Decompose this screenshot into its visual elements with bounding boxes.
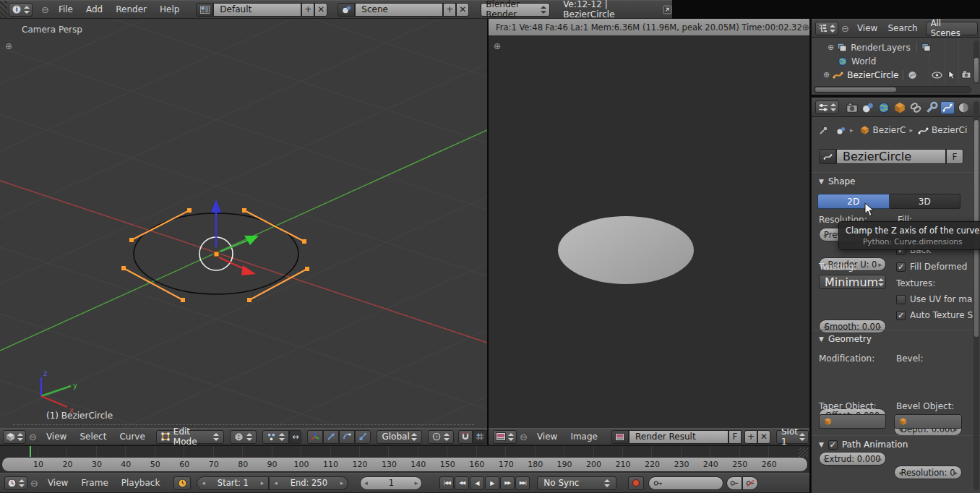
proportional-edit-dropdown[interactable] (428, 430, 454, 444)
menu-curve[interactable]: Curve (113, 432, 151, 442)
scrollbar-thumb[interactable] (974, 58, 979, 82)
selectable-cursor-icon[interactable] (948, 70, 956, 80)
taper-object-field[interactable] (819, 414, 886, 429)
editor-type-button-info[interactable]: i (9, 3, 33, 17)
tab-object-data[interactable] (940, 101, 955, 114)
delete-scene-button[interactable]: ✕ (456, 3, 469, 17)
collapse-menus-icon[interactable]: ⊖ (838, 23, 852, 34)
jump-to-start-button[interactable]: |◀◀ (439, 476, 454, 490)
use-preview-range-toggle[interactable] (173, 476, 191, 490)
new-image-button[interactable]: + (744, 430, 757, 444)
image-datablock-icon[interactable] (611, 430, 629, 444)
outliner-item-world[interactable]: World (812, 54, 980, 68)
manipulator-center[interactable] (214, 252, 219, 257)
geometry-panel-header[interactable]: ▼ Geometry (819, 334, 872, 344)
tab-render[interactable] (845, 101, 859, 114)
manipulator-y-arrow[interactable] (220, 240, 249, 252)
outliner-item-beziercircle[interactable]: ⊕ BezierCircle (812, 68, 980, 82)
area-resize-corner[interactable] (800, 19, 809, 28)
current-frame-field[interactable]: ◂ 1 ▸ (360, 476, 422, 490)
tab-world[interactable] (877, 101, 891, 114)
outliner-scope-dropdown[interactable]: All Scenes (926, 22, 978, 35)
timeline-ruler[interactable]: 1020304050607080901001101201301401501601… (1, 457, 808, 472)
manipulate-center-toggle[interactable]: ↔ (289, 430, 301, 444)
twist-method-dropdown[interactable]: Minimum (819, 275, 886, 289)
breadcrumb-object-label[interactable]: BezierC (873, 125, 906, 135)
viewport-canvas[interactable]: zyx (0, 19, 487, 428)
context-scene-icon[interactable] (836, 126, 846, 135)
menu-view[interactable]: View (41, 478, 74, 488)
screen-layout-field[interactable]: Default (213, 3, 301, 17)
fake-user-button[interactable]: F (728, 430, 742, 444)
curve-id-icon[interactable] (819, 149, 836, 164)
mode-dropdown[interactable]: Edit Mode (156, 430, 224, 444)
path-animation-header[interactable]: ▼ ✓ Path Animation (819, 440, 908, 450)
snap-element-button[interactable] (473, 430, 487, 444)
collapse-menus-icon[interactable]: ⊖ (26, 432, 40, 442)
menu-file[interactable]: File (52, 4, 79, 14)
use-uv-checkbox[interactable] (896, 295, 906, 304)
menu-view[interactable]: View (40, 432, 73, 442)
properties-vscrollbar[interactable] (973, 101, 979, 490)
dimension-2d-button[interactable]: 2D (817, 194, 890, 209)
editor-type-button-properties[interactable] (815, 100, 839, 114)
editor-type-button-outliner[interactable] (815, 22, 838, 35)
menu-select[interactable]: Select (73, 432, 113, 442)
collapse-menus-icon[interactable]: ⊖ (27, 478, 41, 489)
extrude-field[interactable]: ◂Extrud: 0.000▸ (819, 452, 886, 466)
delete-layout-button[interactable]: ✕ (314, 3, 327, 17)
manipulator-toggle[interactable] (307, 430, 323, 444)
twist-smooth-field[interactable]: ◂Smooth: 0.00▸ (819, 320, 886, 333)
next-keyframe-button[interactable]: ▶▶ (500, 476, 515, 490)
menu-search[interactable]: Search (882, 23, 922, 33)
insert-keyframe-button[interactable] (726, 476, 742, 490)
pin-icon[interactable] (819, 125, 829, 135)
scrollbar-thumb[interactable] (815, 87, 896, 92)
area-resize-corner[interactable] (799, 447, 808, 457)
keying-set-field[interactable] (648, 476, 723, 490)
menu-frame[interactable]: Frame (74, 478, 114, 488)
editor-type-button-timeline[interactable] (4, 476, 27, 490)
menu-render[interactable]: Render (109, 4, 153, 14)
screen-layout-icon[interactable] (196, 3, 213, 17)
editor-type-button-image[interactable] (493, 430, 517, 444)
region-expand-icon[interactable]: ⊕ (5, 41, 12, 51)
image-name-field[interactable]: Render Result (629, 430, 728, 444)
viewport-shading-dropdown[interactable] (230, 430, 257, 444)
window-grip[interactable] (0, 1, 7, 18)
record-button[interactable] (628, 476, 644, 490)
expand-icon[interactable]: ⊕ (823, 70, 830, 80)
expand-icon[interactable]: ⊕ (828, 43, 834, 52)
breadcrumb-data-label[interactable]: BezierCi (932, 125, 967, 135)
unlink-image-button[interactable]: ✕ (757, 430, 770, 444)
shape-panel-header[interactable]: ▼ Shape (819, 176, 856, 187)
renderable-camera-icon[interactable] (961, 71, 971, 79)
editor-type-button-3dview[interactable] (3, 430, 26, 444)
scene-datablock-icon[interactable] (338, 3, 355, 17)
fill-deformed-checkbox[interactable]: ✓ (896, 262, 906, 272)
rotate-manipulator-button[interactable] (339, 430, 355, 444)
translate-manipulator-button[interactable] (323, 430, 339, 444)
dimension-3d-button[interactable]: 3D (890, 194, 961, 209)
tab-scene[interactable] (861, 101, 875, 114)
image-editor[interactable]: Fra:1 Ve:48 Fa:46 La:1 Mem:6.36M (11.96M… (489, 19, 809, 428)
menu-view[interactable]: View (852, 23, 882, 33)
menu-playback[interactable]: Playback (115, 478, 167, 488)
visibility-eye-icon[interactable] (932, 72, 942, 79)
region-expand-icon[interactable]: ⊕ (494, 41, 501, 51)
id-name-field[interactable]: BezierCircle (836, 149, 946, 164)
scale-manipulator-button[interactable] (355, 430, 371, 444)
frame-start-field[interactable]: ◂ Start: 1 ▸ (197, 476, 269, 490)
render-engine-dropdown[interactable]: Blender Render (481, 3, 550, 17)
timeline-area[interactable]: 1020304050607080901001101201301401501601… (0, 445, 809, 473)
breadcrumb-object-icon[interactable] (859, 125, 870, 135)
tab-constraints[interactable] (908, 101, 923, 114)
outliner-vscrollbar[interactable] (973, 40, 979, 84)
snap-toggle[interactable] (458, 430, 473, 444)
playhead[interactable] (30, 446, 31, 457)
bevel-object-field[interactable] (894, 414, 962, 429)
fullscreen-icon[interactable] (663, 4, 672, 15)
collapse-menus-icon[interactable]: ⊖ (517, 432, 530, 442)
menu-help[interactable]: Help (153, 4, 186, 14)
frame-end-field[interactable]: ◂ End: 250 ▸ (269, 476, 348, 490)
